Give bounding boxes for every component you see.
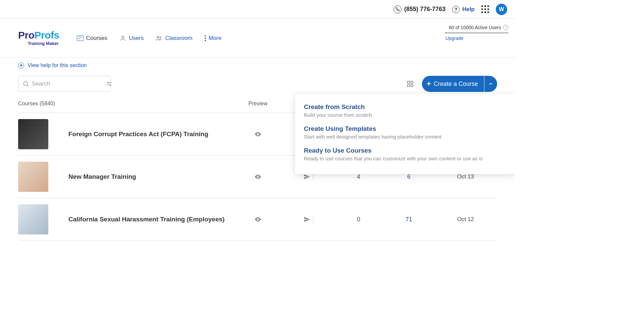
dd-title: Ready to Use Courses (304, 147, 506, 154)
toolbar: + Create a Course (18, 76, 497, 92)
svg-point-2 (160, 37, 161, 38)
user-icon (119, 35, 126, 42)
stat-a[interactable]: 0 (333, 216, 384, 223)
create-button-group: + Create a Course (422, 76, 497, 92)
help-icon: ? (452, 6, 460, 13)
svg-rect-9 (408, 81, 410, 83)
search-box[interactable] (18, 76, 111, 92)
svg-point-8 (109, 85, 110, 86)
classroom-icon (156, 35, 162, 42)
dd-desc: Start with well designed templates havin… (304, 134, 506, 140)
course-title: Foreign Corrupt Practices Act (FCPA) Tra… (68, 129, 233, 139)
course-title: New Manager Training (68, 172, 233, 182)
dd-create-scratch[interactable]: Create from Scratch Build your course fr… (304, 101, 506, 122)
nav-more-label: More (209, 35, 222, 42)
courses-count: Courses (5840) (18, 101, 233, 107)
phone-number: (855) 776-7763 (404, 6, 445, 13)
help-link[interactable]: ? Help (452, 6, 475, 13)
search-input[interactable] (29, 81, 106, 87)
usage-bar (445, 32, 508, 34)
stat-b[interactable]: 71 (384, 216, 434, 223)
nav-courses[interactable]: Courses (77, 35, 107, 42)
usage-panel: 60 of 10000 Active Users ? Upgrade (445, 25, 508, 41)
row-date: Oct 13 (434, 173, 497, 180)
send-button[interactable] (283, 216, 333, 223)
search-icon (22, 81, 29, 87)
course-thumbnail (18, 119, 48, 149)
dd-title: Create from Scratch (304, 103, 506, 111)
apps-grid-icon[interactable] (481, 5, 489, 13)
stat-b[interactable]: 6 (384, 173, 434, 180)
create-course-caret[interactable] (484, 76, 497, 92)
more-dots-icon (205, 35, 206, 41)
create-dropdown: Create from Scratch Build your course fr… (295, 94, 515, 174)
filter-icon[interactable] (106, 81, 112, 87)
plus-icon: + (427, 80, 431, 88)
course-row[interactable]: California Sexual Harassment Training (E… (18, 198, 497, 241)
nav-courses-label: Courses (86, 35, 107, 42)
preview-header: Preview (233, 101, 283, 107)
nav-more[interactable]: More (205, 35, 222, 42)
right-tools: + Create a Course (407, 76, 497, 92)
help-label: Help (462, 6, 475, 13)
user-avatar[interactable]: W (496, 4, 507, 15)
stat-a[interactable]: 4 (333, 173, 384, 180)
nav-classroom[interactable]: Classroom (156, 35, 192, 42)
svg-point-6 (108, 82, 109, 83)
brand-logo[interactable]: ProProfs Training Maker (18, 30, 59, 46)
course-thumbnail (18, 204, 48, 234)
svg-point-3 (23, 82, 28, 86)
paper-plane-icon (304, 173, 310, 180)
dd-ready-courses[interactable]: Ready to Use Courses Ready to use course… (304, 144, 506, 166)
nav-classroom-label: Classroom (165, 35, 192, 42)
svg-line-4 (27, 85, 29, 87)
divider (313, 216, 313, 223)
usage-text: 60 of 10000 Active Users (449, 25, 501, 30)
nav-row: ProProfs Training Maker Courses Users Cl… (0, 19, 515, 58)
top-bar: (855) 776-7763 ? Help W (0, 0, 515, 19)
logo-part1: Pro (18, 30, 35, 41)
course-thumbnail (18, 162, 48, 192)
preview-button[interactable] (233, 130, 283, 138)
content-area: View help for this section + Create a Co… (0, 58, 515, 241)
logo-part2: Profs (35, 30, 59, 41)
section-help-link[interactable]: View help for this section (18, 62, 497, 68)
divider (313, 173, 313, 180)
svg-point-1 (157, 36, 159, 38)
phone-section[interactable]: (855) 776-7763 (393, 5, 445, 13)
send-button[interactable] (283, 173, 333, 180)
dd-create-templates[interactable]: Create Using Templates Start with well d… (304, 122, 506, 144)
nav-items: Courses Users Classroom More (77, 35, 222, 42)
preview-button[interactable] (233, 216, 283, 223)
course-title: California Sexual Harassment Training (E… (68, 215, 233, 224)
phone-icon (393, 5, 401, 13)
grid-view-icon[interactable] (407, 80, 414, 88)
dd-desc: Build your course from scratch (304, 112, 506, 118)
preview-button[interactable] (233, 173, 283, 180)
usage-help-icon[interactable]: ? (503, 25, 508, 30)
upgrade-link[interactable]: Upgrade (445, 36, 464, 41)
nav-users[interactable]: Users (119, 35, 144, 42)
dd-title: Create Using Templates (304, 125, 506, 132)
play-icon (18, 62, 24, 68)
svg-point-0 (122, 36, 124, 38)
create-course-button[interactable]: + Create a Course (422, 76, 484, 92)
chevron-up-icon (488, 81, 493, 87)
create-course-label: Create a Course (434, 81, 478, 88)
courses-icon (77, 35, 84, 42)
row-date: Oct 12 (434, 216, 497, 223)
svg-rect-12 (411, 85, 413, 87)
logo-subtitle: Training Maker (28, 41, 59, 46)
svg-rect-11 (408, 85, 410, 87)
svg-rect-10 (411, 81, 413, 83)
paper-plane-icon (304, 216, 310, 223)
dd-desc: Ready to use courses that you can custom… (304, 156, 506, 161)
nav-users-label: Users (129, 35, 144, 42)
section-help-text: View help for this section (28, 62, 87, 68)
